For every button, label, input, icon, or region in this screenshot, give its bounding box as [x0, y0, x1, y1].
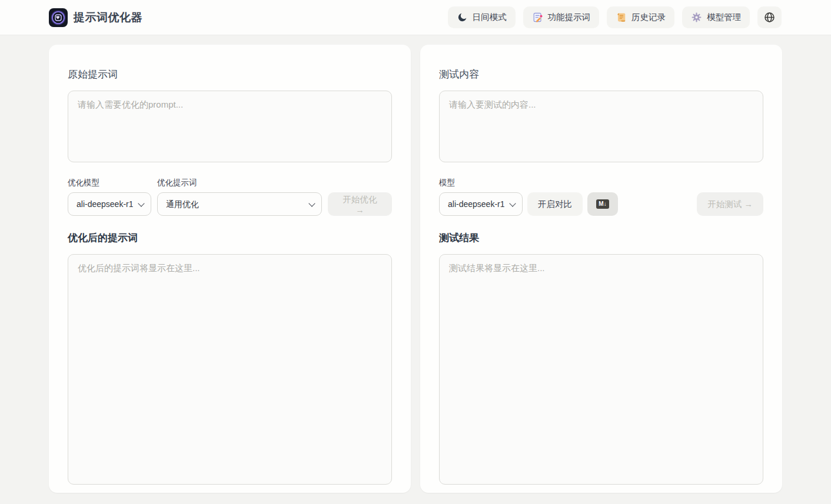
app-logo [49, 8, 68, 27]
gear-icon [691, 12, 702, 23]
optimize-template-select-wrap: 通用优化 [157, 192, 322, 216]
model-management-label: 模型管理 [707, 12, 741, 23]
theme-toggle-button[interactable]: 日间模式 [448, 6, 516, 28]
model-management-button[interactable]: 模型管理 [682, 6, 750, 28]
test-result-heading: 测试结果 [439, 231, 763, 245]
function-prompts-button[interactable]: 功能提示词 [523, 6, 600, 28]
moon-icon [457, 12, 468, 23]
markdown-icon: M↓ [596, 199, 609, 209]
history-label: 历史记录 [631, 12, 666, 23]
optimize-template-select[interactable]: 通用优化 [157, 192, 322, 216]
main-content: 原始提示词 优化模型 ali-deepseek-r1 优化提示词 通用优化 [0, 35, 831, 493]
test-panel: 测试内容 模型 ali-deepseek-r1 开启对比 M↓ 开始测试 → 测… [420, 45, 782, 493]
optimized-prompt-heading: 优化后的提示词 [68, 231, 392, 245]
page-title: 提示词优化器 [74, 10, 142, 25]
optimize-model-field: 优化模型 ali-deepseek-r1 [68, 178, 151, 216]
optimize-model-select[interactable]: ali-deepseek-r1 [68, 192, 151, 216]
start-optimize-button[interactable]: 开始优化 → [328, 192, 392, 216]
markdown-toggle-button[interactable]: M↓ [587, 192, 618, 216]
optimized-prompt-output[interactable] [68, 254, 392, 485]
globe-icon [763, 11, 776, 24]
test-model-field: 模型 ali-deepseek-r1 [439, 178, 523, 216]
brand: 提示词优化器 [49, 8, 142, 27]
test-controls: 模型 ali-deepseek-r1 开启对比 M↓ 开始测试 → [439, 178, 763, 216]
language-button[interactable] [757, 6, 782, 28]
scroll-icon [616, 12, 627, 23]
original-prompt-input[interactable] [68, 91, 392, 162]
test-model-select-wrap: ali-deepseek-r1 [439, 192, 523, 216]
heart-logo-icon [49, 8, 68, 27]
test-model-label: 模型 [439, 178, 523, 188]
theme-toggle-label: 日间模式 [473, 12, 507, 23]
history-button[interactable]: 历史记录 [607, 6, 674, 28]
header: 提示词优化器 日间模式 功能提示词 [0, 0, 831, 35]
compare-toggle-button[interactable]: 开启对比 [527, 192, 583, 216]
original-prompt-title: 原始提示词 [68, 68, 392, 81]
function-prompts-label: 功能提示词 [548, 12, 591, 23]
optimize-model-select-wrap: ali-deepseek-r1 [68, 192, 151, 216]
header-actions: 日间模式 功能提示词 [448, 6, 782, 28]
optimize-template-field: 优化提示词 通用优化 [157, 178, 322, 216]
test-model-select[interactable]: ali-deepseek-r1 [439, 192, 523, 216]
test-content-title: 测试内容 [439, 68, 763, 81]
optimize-model-label: 优化模型 [68, 178, 151, 188]
test-result-output[interactable] [439, 254, 763, 485]
optimize-controls: 优化模型 ali-deepseek-r1 优化提示词 通用优化 开始优化 → [68, 178, 392, 216]
test-content-input[interactable] [439, 91, 763, 162]
start-test-button[interactable]: 开始测试 → [697, 192, 763, 216]
optimize-panel: 原始提示词 优化模型 ali-deepseek-r1 优化提示词 通用优化 [49, 45, 411, 493]
optimize-template-label: 优化提示词 [157, 178, 322, 188]
memo-pencil-icon [532, 12, 543, 23]
